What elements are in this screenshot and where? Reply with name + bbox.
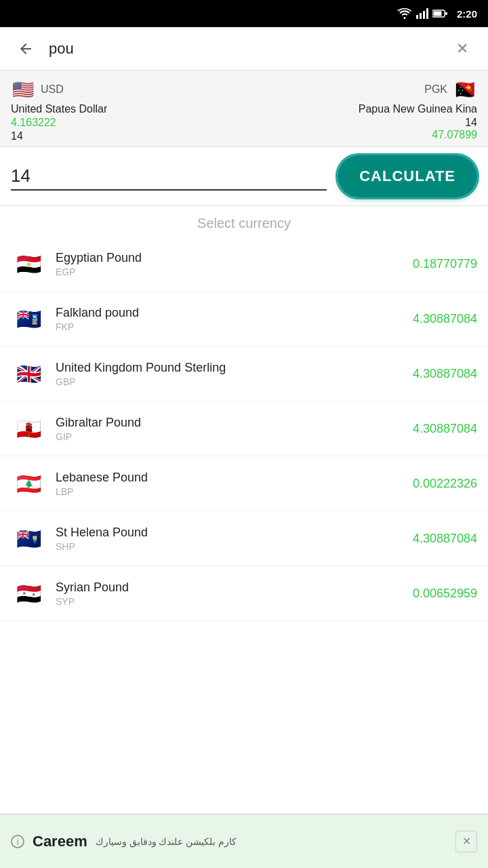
amount-input[interactable] [11, 163, 327, 191]
select-currency-label: Select currency [0, 206, 488, 237]
svg-rect-3 [426, 8, 428, 19]
currency-name: Egyptian Pound [56, 251, 413, 265]
currency-rate: 4.30887084 [413, 532, 477, 546]
ad-content: i Careem كارم بلكيشن علندك ودفايق وسيارك [11, 833, 455, 850]
svg-rect-2 [423, 11, 425, 19]
base-flag: 🇺🇸 [11, 77, 35, 102]
currency-code: EGP [56, 267, 413, 277]
currency-header: 🇺🇸 USD United States Dollar 4.163222 14 … [0, 71, 488, 147]
currency-code: LBP [56, 486, 413, 497]
target-code: PGK [424, 83, 447, 96]
svg-rect-5 [433, 12, 441, 16]
currency-list: 🇪🇬 Egyptian Pound EGP 0.18770779 🇫🇰 Falk… [0, 237, 488, 621]
base-amount: 14 [11, 130, 107, 142]
currency-rate: 0.00652959 [413, 587, 477, 601]
ad-banner: i Careem كارم بلكيشن علندك ودفايق وسيارك… [0, 814, 488, 868]
base-currency: 🇺🇸 USD United States Dollar 4.163222 14 [11, 77, 107, 142]
search-input[interactable] [41, 40, 447, 58]
currency-rate: 0.00222326 [413, 477, 477, 491]
currency-code: SHP [56, 541, 413, 552]
currency-list-item[interactable]: 🇸🇭 St Helena Pound SHP 4.30887084 [0, 511, 488, 566]
status-icons: 2:20 [397, 8, 477, 20]
currency-list-item[interactable]: 🇪🇬 Egyptian Pound EGP 0.18770779 [0, 237, 488, 292]
ad-logo: Careem [33, 833, 87, 850]
currency-info: St Helena Pound SHP [56, 526, 413, 552]
currency-list-item[interactable]: 🇬🇮 Gibraltar Pound GIP 4.30887084 [0, 401, 488, 456]
currency-info: Gibraltar Pound GIP [56, 416, 413, 442]
currency-flag: 🇪🇬 [11, 246, 46, 281]
currency-list-item[interactable]: 🇱🇧 Lebanese Pound LBP 0.00222326 [0, 456, 488, 511]
currency-rate: 0.18770779 [413, 257, 477, 271]
currency-info: Lebanese Pound LBP [56, 471, 413, 497]
base-rate: 4.163222 [11, 117, 107, 129]
currency-flag: 🇬🇮 [11, 411, 46, 446]
base-code: USD [41, 83, 64, 96]
currency-list-item[interactable]: 🇫🇰 Falkland pound FKP 4.30887084 [0, 292, 488, 347]
clear-button[interactable]: ✕ [447, 34, 477, 64]
currency-flag: 🇬🇧 [11, 356, 46, 391]
currency-flag: 🇸🇭 [11, 521, 46, 556]
status-bar: 2:20 [0, 0, 488, 27]
target-flag-code: PGK 🇵🇬 [424, 77, 477, 102]
signal-icon [416, 8, 428, 19]
currency-name: Lebanese Pound [56, 471, 413, 485]
wifi-icon [397, 8, 412, 19]
ad-close-button[interactable]: ✕ [455, 831, 477, 852]
info-icon: i [11, 835, 24, 848]
currency-code: SYP [56, 596, 413, 607]
currency-flag: 🇸🇾 [11, 576, 46, 611]
currency-info: United Kingdom Pound Sterling GBP [56, 361, 413, 387]
calculate-button[interactable]: CALCULATE [338, 155, 477, 197]
currency-info: Syrian Pound SYP [56, 580, 413, 607]
target-currency: PGK 🇵🇬 Papua New Guinea Kina 14 47.07899 [359, 77, 477, 142]
currency-name: Syrian Pound [56, 580, 413, 595]
currency-code: GIP [56, 431, 413, 442]
currency-rate: 4.30887084 [413, 312, 477, 326]
currency-name: Gibraltar Pound [56, 416, 413, 430]
currency-flag: 🇫🇰 [11, 301, 46, 336]
search-bar: ✕ [0, 27, 488, 71]
svg-rect-0 [416, 15, 418, 19]
currency-list-item[interactable]: 🇸🇾 Syrian Pound SYP 0.00652959 [0, 566, 488, 621]
target-name: Papua New Guinea Kina [359, 103, 477, 115]
currency-rate: 4.30887084 [413, 422, 477, 436]
base-flag-code: 🇺🇸 USD [11, 77, 107, 102]
battery-icon [432, 9, 447, 18]
currency-code: FKP [56, 321, 413, 332]
base-name: United States Dollar [11, 103, 107, 115]
svg-rect-6 [445, 12, 447, 15]
svg-text:i: i [17, 837, 19, 847]
currency-name: Falkland pound [56, 306, 413, 320]
ad-text: كارم بلكيشن علندك ودفايق وسيارك [96, 836, 237, 847]
currency-list-item[interactable]: 🇬🇧 United Kingdom Pound Sterling GBP 4.3… [0, 347, 488, 401]
currency-info: Falkland pound FKP [56, 306, 413, 332]
calculator-row: CALCULATE [0, 147, 488, 206]
target-amount: 14 [465, 117, 477, 129]
svg-rect-1 [420, 13, 422, 19]
target-flag: 🇵🇬 [453, 77, 477, 102]
clock-time: 2:20 [457, 8, 477, 20]
currency-info: Egyptian Pound EGP [56, 251, 413, 277]
back-button[interactable] [11, 34, 41, 64]
currency-name: United Kingdom Pound Sterling [56, 361, 413, 375]
currency-rate: 4.30887084 [413, 367, 477, 381]
currency-name: St Helena Pound [56, 526, 413, 540]
currency-flag: 🇱🇧 [11, 466, 46, 501]
currency-code: GBP [56, 376, 413, 387]
target-rate: 47.07899 [432, 129, 477, 141]
